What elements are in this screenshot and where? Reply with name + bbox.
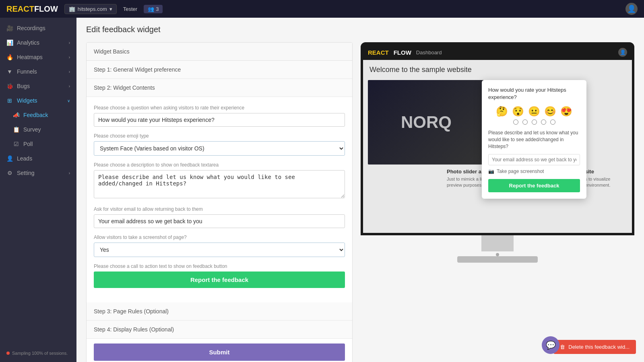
sidebar-item-funnels[interactable]: ▼ Funnels › [0,64,76,79]
popup-question: How would you rate your Hitsteps experie… [488,86,580,101]
analytics-icon: 📊 [6,39,13,46]
account-avatar[interactable]: 👤 [625,3,638,15]
sidebar-item-label: Survey [23,126,41,133]
step3-label: Step 3: Page Rules (Optional) [94,308,169,315]
page-title: Edit feedback widget [86,25,634,34]
sidebar-item-feedback[interactable]: 📣 Feedback [0,108,76,122]
brand-react: REACT [6,4,34,14]
brand-flow: FLOW [34,4,58,14]
step4-label: Step 4: Display Rules (Optional) [94,326,174,333]
chevron-right-icon: › [69,41,70,45]
radio-2[interactable] [522,119,528,125]
radio-1[interactable] [513,119,518,125]
preview-image: NORQ [368,80,485,165]
monitor-base [457,256,538,263]
funnels-icon: ▼ [6,68,13,75]
sidebar-item-label: Bugs [17,83,30,89]
monitor-wrap: REACT FLOW Dashboard 👤 Welcome to the sa… [361,42,634,263]
email-input[interactable] [94,214,345,228]
browser-avatar: 👤 [618,48,627,57]
cta-button[interactable]: Report the feedback [94,272,345,288]
chat-icon: 💬 [546,340,556,350]
emoji-label: Please choose emoji type [94,133,345,139]
chevron-right-icon: › [69,84,70,88]
site-icon: 🏢 [69,6,75,12]
heatmaps-icon: 🔥 [6,54,13,60]
screenshot-text: Take page screenshot [497,169,544,174]
setting-icon: ⚙ [6,170,13,176]
description-textarea[interactable]: Please describe and let us know what you… [94,170,345,198]
emoji-surprised: 😯 [512,106,524,117]
popup-desc: Please describe and let us know what you… [488,130,580,150]
sidebar-item-label: Analytics [17,39,39,46]
emoji-neutral: 😐 [528,106,540,117]
submit-button[interactable]: Submit [94,343,345,361]
widget-basics-card: Widget Basics Step 1: General Widget pre… [86,42,353,362]
question-label: Please choose a question when asking vis… [94,105,345,111]
sampling-text: Sampling 100% of sessions. [12,351,68,356]
browser-brand-react: REACT [368,49,389,56]
top-navigation: REACT FLOW 🏢 hitsteps.com ▾ Tester 👥 3 👤 [0,0,644,18]
chevron-right-icon: › [69,171,70,175]
users-badge[interactable]: 👥 3 [144,5,163,13]
site-selector[interactable]: 🏢 hitsteps.com ▾ [64,4,117,14]
welcome-text: Welcome to the sample website [363,60,632,77]
sidebar-item-setting[interactable]: ⚙ Setting › [0,166,76,180]
trash-icon: 🗑 [560,344,565,350]
survey-icon: 📋 [13,126,19,133]
step4-row[interactable]: Step 4: Display Rules (Optional) [87,321,352,339]
feedback-icon: 📣 [13,112,19,118]
monitor-content: Welcome to the sample website NORQ Purpo… [363,60,632,235]
sidebar-item-heatmaps[interactable]: 🔥 Heatmaps › [0,50,76,64]
email-ask-label: Ask for visitor email to allow returning… [94,206,345,212]
brand-logo[interactable]: REACT FLOW [6,4,58,14]
sidebar-item-label: Feedback [23,112,48,118]
norq-text: NORQ [401,113,452,132]
popup-screenshot: 📷 Take page screenshot [488,169,580,174]
sidebar-item-label: Leads [17,155,32,162]
sidebar-item-analytics[interactable]: 📊 Analytics › [0,35,76,50]
sidebar-item-leads[interactable]: 👤 Leads [0,151,76,166]
widget-basics-header: Widget Basics [87,43,352,61]
sidebar-item-label: Heatmaps [17,54,43,60]
recordings-icon: 🎥 [6,25,13,31]
emoji-smile: 😊 [544,106,556,117]
form-panel: Widget Basics Step 1: General Widget pre… [86,42,353,362]
sidebar-item-widgets[interactable]: ⊞ Widgets ∨ [0,93,76,108]
users-count: 3 [156,6,159,12]
step2-row[interactable]: Step 2: Widget Contents [87,79,352,97]
chevron-right-icon: › [69,55,70,60]
step3-row[interactable]: Step 3: Page Rules (Optional) [87,302,352,321]
question-input[interactable] [94,113,345,127]
screenshot-icon: 📷 [488,169,494,174]
radio-5[interactable] [550,119,555,125]
radio-4[interactable] [541,119,546,125]
sidebar-item-bugs[interactable]: 🐞 Bugs › [0,79,76,93]
sidebar-item-label: Widgets [17,97,37,104]
chat-icon-button[interactable]: 💬 [542,336,559,354]
delete-feedback-button[interactable]: 🗑 Delete this feedback wid... [553,340,636,354]
site-name: hitsteps.com [78,6,107,12]
sidebar-item-survey[interactable]: 📋 Survey [0,122,76,137]
users-icon: 👥 [148,6,154,12]
radio-3[interactable] [532,119,537,125]
browser-brand-flow: FLOW [394,49,411,56]
sidebar-item-poll[interactable]: ☑ Poll [0,137,76,151]
chevron-down-icon: ∨ [67,99,70,103]
screenshot-select[interactable]: Yes No [94,243,345,257]
emoji-select[interactable]: System Face (Varies based on visitor OS)… [94,141,345,156]
monitor-screen: REACT FLOW Dashboard 👤 Welcome to the sa… [361,42,634,235]
step1-row[interactable]: Step 1: General Widget preference [87,61,352,79]
sidebar-item-label: Setting [17,170,35,176]
monitor-neck [481,235,514,251]
emoji-love: 😍 [560,106,572,117]
bugs-icon: 🐞 [6,83,13,89]
screenshot-label: Allow visitors to take a screenshot of p… [94,234,345,240]
chevron-right-icon: › [69,70,70,74]
widgets-icon: ⊞ [6,97,13,104]
sampling-info: Sampling 100% of sessions. [0,348,76,359]
user-name: Tester [123,6,137,12]
popup-report-button[interactable]: Report the feedback [488,179,580,192]
popup-email-input[interactable] [488,154,580,165]
sidebar-item-recordings[interactable]: 🎥 Recordings [0,21,76,35]
